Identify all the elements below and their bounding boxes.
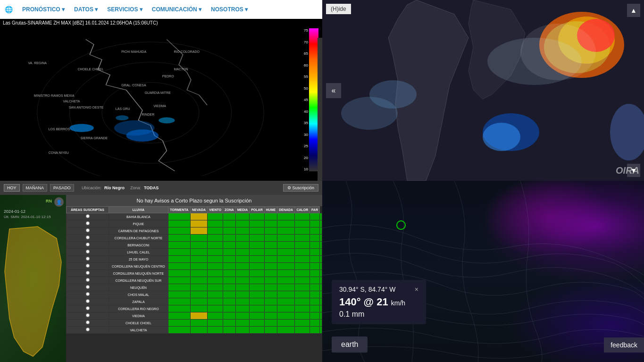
condition-cell <box>310 270 319 277</box>
condition-cell <box>168 284 190 291</box>
condition-cell <box>208 277 223 284</box>
rn-logo: RN <box>46 199 52 203</box>
condition-cell <box>208 256 223 263</box>
table-row: CORDILLERA NEUQUÉN SUR <box>67 277 322 284</box>
condition-cell <box>319 270 322 277</box>
radar-colorbar <box>309 28 318 171</box>
area-radio[interactable] <box>86 306 90 310</box>
place-pedro: PEDRO <box>162 75 174 78</box>
area-radio[interactable] <box>86 328 90 331</box>
area-name-cell: BERNASCONI <box>109 242 168 249</box>
condition-cell <box>295 298 310 305</box>
areas-table[interactable]: ÁREAS SUSCRIPTAS LLUVIA TORMENTA NEVADA … <box>66 206 322 362</box>
area-radio[interactable] <box>86 292 90 296</box>
table-row: CHOS MALAL <box>67 291 322 298</box>
subscription-button[interactable]: ⚙ Suscripción <box>283 184 318 192</box>
area-radio[interactable] <box>86 320 90 324</box>
col-hume: HUME <box>264 207 277 213</box>
condition-cell <box>250 312 265 320</box>
area-radio[interactable] <box>86 285 90 289</box>
condition-cell <box>235 320 249 327</box>
area-radio[interactable] <box>86 214 90 218</box>
condition-cell <box>223 213 236 220</box>
condition-cell <box>319 312 322 320</box>
table-row: 25 DE MAYO <box>67 256 322 263</box>
condition-cell <box>235 235 249 242</box>
nav-nosotros[interactable]: NOSOTROS ▾ <box>211 6 248 13</box>
area-radio[interactable] <box>86 313 90 317</box>
area-name-cell: VALCHETA <box>109 327 168 334</box>
condition-cell <box>295 277 310 284</box>
condition-cell <box>295 284 310 291</box>
alerts-body: RN 👤 2024-01-12 Últ. SMN: 2024-01-10 12:… <box>0 195 322 362</box>
time-btn-pasado[interactable]: PASADO <box>50 184 74 192</box>
condition-cell <box>264 242 277 249</box>
nav-comunicacion[interactable]: COMUNICACIÓN ▾ <box>152 6 201 13</box>
condition-cell <box>250 249 265 256</box>
condition-cell <box>208 291 223 298</box>
condition-cell <box>277 298 295 305</box>
nav-bar: 🌐 PRONÓSTICO ▾ DATOS ▾ SERVICIOS ▾ COMUN… <box>0 0 322 19</box>
place-rio-colorado: RIO COLORADO <box>174 50 199 53</box>
area-radio[interactable] <box>86 228 90 232</box>
area-radio[interactable] <box>86 299 90 303</box>
zona-label: Zona: <box>130 185 141 190</box>
area-radio[interactable] <box>86 236 90 239</box>
condition-cell <box>235 249 249 256</box>
condition-cell <box>190 213 207 220</box>
area-radio[interactable] <box>86 257 90 261</box>
condition-cell <box>277 305 295 312</box>
condition-cell <box>168 277 190 284</box>
condition-cell <box>208 235 223 242</box>
precip-units: mm <box>352 310 365 318</box>
place-guardia-mitre: GUARDIA MITRE <box>145 91 171 94</box>
condition-cell <box>223 235 236 242</box>
hide-button[interactable]: (H)ide <box>326 4 351 14</box>
table-row: NEUQUÉN <box>67 284 322 291</box>
area-radio[interactable] <box>86 250 90 253</box>
condition-cell <box>208 213 223 220</box>
place-gral-conesa: GRAL. CONESA <box>121 84 146 87</box>
time-btn-hoy[interactable]: HOY <box>4 184 20 192</box>
condition-cell <box>295 320 310 327</box>
nav-logo: 🌐 <box>5 6 13 13</box>
condition-cell <box>235 284 249 291</box>
condition-cell <box>310 220 319 227</box>
area-radio[interactable] <box>86 271 90 275</box>
nav-pronostico[interactable]: PRONÓSTICO ▾ <box>22 6 65 13</box>
left-arrow-button[interactable]: « <box>326 83 341 98</box>
feedback-button[interactable]: feedback <box>604 337 644 353</box>
precip-value: 0.1 mm <box>339 310 418 319</box>
condition-cell <box>208 312 223 320</box>
area-radio[interactable] <box>86 278 90 282</box>
condition-cell <box>264 227 277 235</box>
condition-cell <box>223 291 236 298</box>
popup-close-button[interactable]: × <box>415 286 418 293</box>
collapse-button[interactable]: ▲ <box>627 4 640 17</box>
place-las-gru: LAS GRU <box>116 107 130 110</box>
condition-cell <box>235 277 249 284</box>
condition-cell <box>208 305 223 312</box>
satellite-svg <box>322 0 644 181</box>
nav-datos[interactable]: DATOS ▾ <box>74 6 98 13</box>
table-row: CORDILLERA NEUQUÉN NORTE <box>67 270 322 277</box>
scrollbar[interactable] <box>318 38 322 181</box>
condition-cell <box>295 256 310 263</box>
area-radio[interactable] <box>86 221 90 225</box>
place-pichi-mahuida: PICHI MAHUIDA <box>121 50 146 53</box>
condition-cell <box>264 235 277 242</box>
nav-servicios[interactable]: SERVICIOS ▾ <box>107 6 142 13</box>
condition-cell <box>319 284 322 291</box>
radar-labels: 75 70 65 60 55 50 45 40 35 30 25 20 10 <box>304 28 308 171</box>
condition-cell <box>310 249 319 256</box>
condition-cell <box>168 220 190 227</box>
table-row: CARMEN DE PATAGONES <box>67 227 322 235</box>
condition-cell <box>319 242 322 249</box>
table-row: BAHIA BLANCA <box>67 213 322 220</box>
earth-button[interactable]: earth <box>332 337 368 353</box>
area-name-cell: CORDILLERA RIO NEGRO <box>109 305 168 312</box>
condition-cell <box>277 213 295 220</box>
area-radio[interactable] <box>86 264 90 268</box>
area-radio[interactable] <box>86 243 90 246</box>
time-btn-manana[interactable]: MAÑANA <box>23 184 48 192</box>
